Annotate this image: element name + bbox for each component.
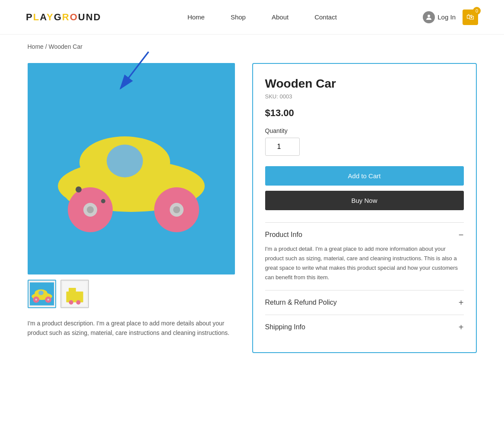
main-content: Home / Wooden Car bbox=[15, 35, 490, 379]
svg-point-27 bbox=[69, 300, 73, 305]
product-container: I'm a product description. I'm a great p… bbox=[28, 63, 477, 353]
sku-label: SKU: bbox=[265, 93, 278, 100]
accordion-product-info-header[interactable]: Product Info − bbox=[265, 230, 464, 239]
quantity-input[interactable] bbox=[265, 138, 300, 156]
accordion-return-policy: Return & Refund Policy + bbox=[265, 290, 464, 315]
avatar-icon bbox=[423, 11, 435, 23]
svg-point-18 bbox=[38, 290, 44, 295]
accordion-product-info: Product Info − I'm a product detail. I'm… bbox=[265, 222, 464, 290]
accordion-shipping: Shipping Info + bbox=[265, 315, 464, 339]
thumbnail-2[interactable] bbox=[60, 280, 89, 308]
accordion-shipping-header[interactable]: Shipping Info + bbox=[265, 323, 464, 331]
svg-point-21 bbox=[47, 299, 49, 300]
breadcrumb-home[interactable]: Home bbox=[28, 43, 44, 50]
svg-point-5 bbox=[107, 145, 143, 177]
accordion-product-info-icon: − bbox=[459, 230, 464, 239]
product-main-image bbox=[28, 63, 235, 274]
accordion-return-policy-header[interactable]: Return & Refund Policy + bbox=[265, 298, 464, 307]
accordion-return-policy-label: Return & Refund Policy bbox=[265, 299, 337, 306]
login-button[interactable]: Log In bbox=[423, 11, 456, 23]
cart-button[interactable]: 🛍 0 bbox=[463, 9, 478, 25]
thumbnail-1[interactable] bbox=[28, 280, 56, 308]
main-nav: Home Shop About Contact bbox=[187, 13, 337, 21]
nav-contact[interactable]: Contact bbox=[314, 13, 337, 21]
nav-about[interactable]: About bbox=[272, 13, 288, 21]
accordion-return-policy-icon: + bbox=[459, 298, 464, 307]
buy-now-button[interactable]: Buy Now bbox=[265, 191, 464, 210]
svg-point-14 bbox=[101, 199, 105, 203]
svg-point-12 bbox=[87, 206, 94, 213]
breadcrumb-separator: / bbox=[45, 43, 49, 50]
sku-value: 0003 bbox=[279, 93, 292, 100]
svg-point-0 bbox=[428, 15, 430, 17]
thumbnails bbox=[28, 280, 235, 308]
breadcrumb-current: Wooden Car bbox=[49, 43, 82, 50]
site-logo[interactable]: PLAYGROUND bbox=[26, 12, 101, 23]
nav-home[interactable]: Home bbox=[187, 13, 205, 21]
accordion-product-info-label: Product Info bbox=[265, 231, 302, 239]
breadcrumb: Home / Wooden Car bbox=[28, 43, 477, 50]
add-to-cart-button[interactable]: Add to Cart bbox=[265, 166, 464, 186]
accordion-product-info-content: I'm a product detail. I'm a great place … bbox=[265, 244, 464, 282]
accordion-shipping-icon: + bbox=[459, 323, 464, 331]
product-title: Wooden Car bbox=[265, 77, 464, 91]
product-image-section: I'm a product description. I'm a great p… bbox=[28, 63, 235, 338]
accordion-shipping-label: Shipping Info bbox=[265, 323, 305, 331]
product-sku: SKU: 0003 bbox=[265, 93, 464, 100]
product-description: I'm a product description. I'm a great p… bbox=[28, 319, 235, 338]
nav-shop[interactable]: Shop bbox=[231, 13, 246, 21]
svg-point-23 bbox=[35, 299, 37, 300]
svg-rect-25 bbox=[66, 291, 83, 302]
header-actions: Log In 🛍 0 bbox=[423, 9, 478, 25]
svg-point-9 bbox=[173, 206, 180, 213]
product-details: Wooden Car SKU: 0003 $13.00 Quantity Add… bbox=[252, 63, 477, 353]
svg-point-28 bbox=[76, 300, 80, 305]
svg-point-13 bbox=[76, 186, 82, 192]
product-price: $13.00 bbox=[265, 107, 464, 119]
header: PLAYGROUND Home Shop About Contact Log I… bbox=[0, 0, 504, 35]
quantity-label: Quantity bbox=[265, 127, 464, 134]
svg-rect-26 bbox=[69, 288, 76, 293]
login-label: Log In bbox=[437, 13, 456, 21]
cart-count-badge: 0 bbox=[473, 7, 481, 15]
